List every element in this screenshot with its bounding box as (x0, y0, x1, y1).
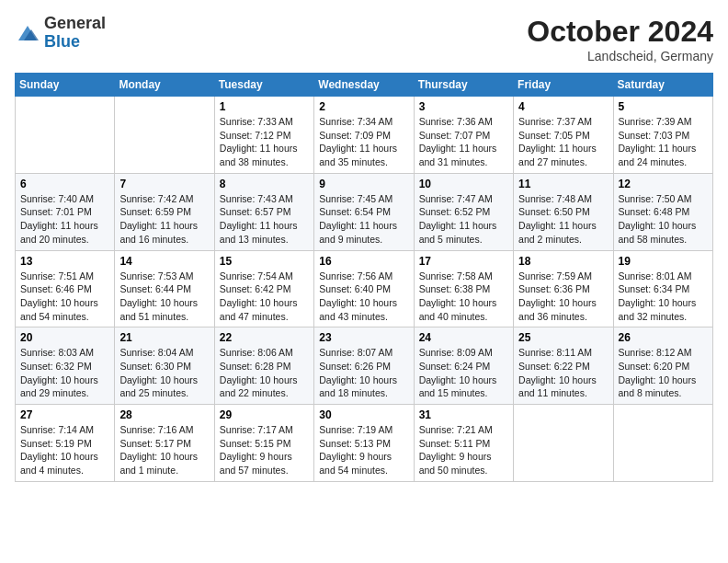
weekday-header-friday: Friday (514, 74, 613, 97)
calendar-cell: 9Sunrise: 7:45 AM Sunset: 6:54 PM Daylig… (314, 173, 414, 250)
day-info: Sunrise: 8:12 AM Sunset: 6:20 PM Dayligh… (619, 346, 708, 400)
calendar-cell: 24Sunrise: 8:09 AM Sunset: 6:24 PM Dayli… (414, 327, 513, 405)
day-info: Sunrise: 8:11 AM Sunset: 6:22 PM Dayligh… (518, 346, 608, 400)
day-number: 22 (220, 331, 309, 344)
logo: General Blue (15, 15, 106, 52)
day-number: 21 (119, 331, 209, 344)
day-number: 16 (319, 255, 408, 268)
calendar-cell (613, 405, 712, 482)
day-number: 29 (220, 408, 309, 421)
calendar-cell: 16Sunrise: 7:56 AM Sunset: 6:40 PM Dayli… (314, 250, 414, 327)
day-number: 12 (619, 178, 708, 190)
day-number: 17 (419, 255, 508, 268)
calendar-cell (115, 97, 214, 174)
day-info: Sunrise: 7:37 AM Sunset: 7:05 PM Dayligh… (518, 115, 608, 169)
day-number: 8 (220, 178, 309, 190)
calendar-table: SundayMondayTuesdayWednesdayThursdayFrid… (15, 73, 713, 482)
calendar-week-5: 27Sunrise: 7:14 AM Sunset: 5:19 PM Dayli… (16, 405, 713, 482)
weekday-header-sunday: Sunday (16, 74, 115, 97)
day-info: Sunrise: 7:53 AM Sunset: 6:44 PM Dayligh… (119, 270, 209, 324)
day-number: 14 (119, 255, 209, 268)
calendar-cell: 18Sunrise: 7:59 AM Sunset: 6:36 PM Dayli… (514, 250, 613, 327)
day-number: 30 (319, 408, 408, 421)
calendar-cell: 19Sunrise: 8:01 AM Sunset: 6:34 PM Dayli… (613, 250, 712, 327)
calendar-cell: 20Sunrise: 8:03 AM Sunset: 6:32 PM Dayli… (16, 327, 115, 405)
calendar-cell: 14Sunrise: 7:53 AM Sunset: 6:44 PM Dayli… (115, 250, 214, 327)
day-info: Sunrise: 7:48 AM Sunset: 6:50 PM Dayligh… (518, 192, 608, 247)
calendar-cell: 12Sunrise: 7:50 AM Sunset: 6:48 PM Dayli… (613, 173, 712, 250)
calendar-cell: 8Sunrise: 7:43 AM Sunset: 6:57 PM Daylig… (214, 173, 313, 250)
calendar-cell: 15Sunrise: 7:54 AM Sunset: 6:42 PM Dayli… (214, 250, 313, 327)
day-number: 6 (20, 178, 109, 190)
day-info: Sunrise: 7:34 AM Sunset: 7:09 PM Dayligh… (319, 115, 408, 169)
day-number: 10 (419, 178, 508, 190)
calendar-cell: 22Sunrise: 8:06 AM Sunset: 6:28 PM Dayli… (214, 327, 313, 405)
day-info: Sunrise: 7:43 AM Sunset: 6:57 PM Dayligh… (220, 192, 309, 247)
calendar-cell: 25Sunrise: 8:11 AM Sunset: 6:22 PM Dayli… (514, 327, 613, 405)
day-info: Sunrise: 7:59 AM Sunset: 6:36 PM Dayligh… (518, 270, 608, 324)
calendar-cell: 10Sunrise: 7:47 AM Sunset: 6:52 PM Dayli… (414, 173, 513, 250)
weekday-header-saturday: Saturday (613, 74, 712, 97)
day-number: 7 (119, 178, 209, 190)
day-info: Sunrise: 8:07 AM Sunset: 6:26 PM Dayligh… (319, 346, 408, 400)
day-info: Sunrise: 7:17 AM Sunset: 5:15 PM Dayligh… (220, 423, 309, 477)
day-number: 4 (518, 100, 608, 113)
weekday-header-thursday: Thursday (414, 74, 513, 97)
calendar-week-2: 6Sunrise: 7:40 AM Sunset: 7:01 PM Daylig… (16, 173, 713, 250)
day-number: 20 (20, 331, 109, 344)
calendar-cell: 5Sunrise: 7:39 AM Sunset: 7:03 PM Daylig… (613, 97, 712, 174)
day-info: Sunrise: 7:21 AM Sunset: 5:11 PM Dayligh… (419, 423, 508, 477)
day-number: 23 (319, 331, 408, 344)
day-number: 15 (220, 255, 309, 268)
calendar-week-1: 1Sunrise: 7:33 AM Sunset: 7:12 PM Daylig… (16, 97, 713, 174)
day-info: Sunrise: 8:01 AM Sunset: 6:34 PM Dayligh… (619, 270, 708, 324)
calendar-cell: 2Sunrise: 7:34 AM Sunset: 7:09 PM Daylig… (314, 97, 414, 174)
calendar-cell: 6Sunrise: 7:40 AM Sunset: 7:01 PM Daylig… (16, 173, 115, 250)
calendar-cell: 7Sunrise: 7:42 AM Sunset: 6:59 PM Daylig… (115, 173, 214, 250)
day-number: 11 (518, 178, 608, 190)
day-info: Sunrise: 8:09 AM Sunset: 6:24 PM Dayligh… (419, 346, 508, 400)
day-number: 3 (419, 100, 508, 113)
day-number: 2 (319, 100, 408, 113)
day-info: Sunrise: 7:19 AM Sunset: 5:13 PM Dayligh… (319, 423, 408, 477)
title-block: October 2024 Landscheid, Germany (527, 15, 713, 63)
day-info: Sunrise: 7:39 AM Sunset: 7:03 PM Dayligh… (619, 115, 708, 169)
calendar-cell: 27Sunrise: 7:14 AM Sunset: 5:19 PM Dayli… (16, 405, 115, 482)
day-info: Sunrise: 7:47 AM Sunset: 6:52 PM Dayligh… (419, 192, 508, 247)
calendar-cell: 23Sunrise: 8:07 AM Sunset: 6:26 PM Dayli… (314, 327, 414, 405)
day-info: Sunrise: 7:36 AM Sunset: 7:07 PM Dayligh… (419, 115, 508, 169)
calendar-cell: 31Sunrise: 7:21 AM Sunset: 5:11 PM Dayli… (414, 405, 513, 482)
logo-text: General Blue (44, 15, 106, 52)
calendar-cell: 4Sunrise: 7:37 AM Sunset: 7:05 PM Daylig… (514, 97, 613, 174)
day-info: Sunrise: 7:16 AM Sunset: 5:17 PM Dayligh… (119, 423, 209, 477)
day-info: Sunrise: 7:45 AM Sunset: 6:54 PM Dayligh… (319, 192, 408, 247)
day-number: 18 (518, 255, 608, 268)
page-header: General Blue October 2024 Landscheid, Ge… (15, 15, 713, 63)
day-number: 28 (119, 408, 209, 421)
calendar-cell: 1Sunrise: 7:33 AM Sunset: 7:12 PM Daylig… (214, 97, 313, 174)
day-info: Sunrise: 7:40 AM Sunset: 7:01 PM Dayligh… (20, 192, 109, 247)
day-number: 19 (619, 255, 708, 268)
location: Landscheid, Germany (527, 49, 713, 63)
calendar-cell: 29Sunrise: 7:17 AM Sunset: 5:15 PM Dayli… (214, 405, 313, 482)
weekday-header-row: SundayMondayTuesdayWednesdayThursdayFrid… (16, 74, 713, 97)
day-number: 24 (419, 331, 508, 344)
calendar-week-3: 13Sunrise: 7:51 AM Sunset: 6:46 PM Dayli… (16, 250, 713, 327)
day-number: 13 (20, 255, 109, 268)
day-info: Sunrise: 7:54 AM Sunset: 6:42 PM Dayligh… (220, 270, 309, 324)
logo-blue-text: Blue (44, 33, 106, 52)
day-number: 25 (518, 331, 608, 344)
day-info: Sunrise: 7:51 AM Sunset: 6:46 PM Dayligh… (20, 270, 109, 324)
day-info: Sunrise: 7:14 AM Sunset: 5:19 PM Dayligh… (20, 423, 109, 477)
weekday-header-tuesday: Tuesday (214, 74, 313, 97)
calendar-cell: 28Sunrise: 7:16 AM Sunset: 5:17 PM Dayli… (115, 405, 214, 482)
calendar-week-4: 20Sunrise: 8:03 AM Sunset: 6:32 PM Dayli… (16, 327, 713, 405)
day-number: 31 (419, 408, 508, 421)
calendar-cell: 13Sunrise: 7:51 AM Sunset: 6:46 PM Dayli… (16, 250, 115, 327)
day-number: 9 (319, 178, 408, 190)
weekday-header-wednesday: Wednesday (314, 74, 414, 97)
calendar-cell: 11Sunrise: 7:48 AM Sunset: 6:50 PM Dayli… (514, 173, 613, 250)
calendar-cell: 26Sunrise: 8:12 AM Sunset: 6:20 PM Dayli… (613, 327, 712, 405)
day-info: Sunrise: 7:56 AM Sunset: 6:40 PM Dayligh… (319, 270, 408, 324)
calendar-cell: 21Sunrise: 8:04 AM Sunset: 6:30 PM Dayli… (115, 327, 214, 405)
